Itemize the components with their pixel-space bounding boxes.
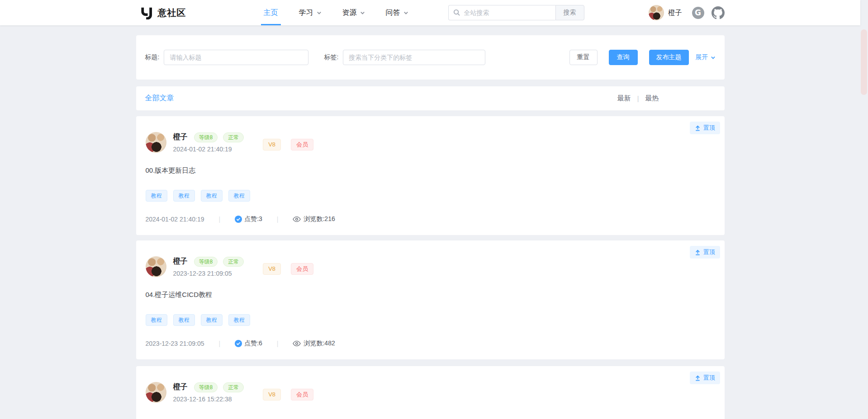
topic-tag[interactable]: 教程 — [228, 314, 250, 326]
logo-icon — [140, 6, 153, 19]
chevron-down-icon — [711, 55, 716, 60]
footer-divider: | — [277, 216, 279, 223]
filter-bar: 标题: 标签: 重置 查询 发布主题 展开 — [136, 35, 725, 80]
query-button[interactable]: 查询 — [609, 50, 638, 65]
publish-topic-button[interactable]: 发布主题 — [649, 50, 689, 65]
pin-label: 置顶 — [703, 374, 715, 382]
post-datetime: 2023-12-23 21:09:05 — [173, 270, 250, 277]
status-badge: 正常 — [223, 257, 244, 267]
sort-divider: | — [637, 95, 639, 102]
post-title[interactable]: 00.版本更新日志 — [146, 166, 716, 175]
author-avatar[interactable] — [146, 256, 166, 277]
chevron-down-icon — [317, 10, 322, 15]
pin-top-icon — [695, 375, 701, 381]
author-avatar[interactable] — [146, 132, 166, 153]
likes-stat: 点赞:6 — [235, 339, 262, 348]
pin-top-icon — [695, 125, 701, 131]
list-header: 全部文章 最新 | 最热 — [136, 86, 725, 111]
post-datetime: 2023-12-16 15:22:38 — [173, 395, 250, 403]
nav-item-label: 资源 — [342, 0, 357, 25]
nav-item-learn[interactable]: 学习 — [296, 0, 324, 25]
status-badge: 正常 — [223, 132, 244, 142]
level-badge: 等级8 — [194, 132, 218, 142]
pin-button[interactable]: 置顶 — [690, 122, 720, 134]
pin-label: 置顶 — [703, 248, 715, 256]
footer-divider: | — [219, 216, 221, 223]
pin-top-icon — [695, 250, 701, 255]
sort-hottest[interactable]: 最热 — [645, 94, 659, 103]
nav-item-home[interactable]: 主页 — [261, 0, 281, 25]
all-articles-tab[interactable]: 全部文章 — [145, 94, 174, 103]
author-name[interactable]: 橙子 — [173, 382, 188, 392]
author-name[interactable]: 橙子 — [173, 257, 188, 266]
views-count: 浏览数:482 — [304, 339, 335, 348]
member-badge: 会员 — [291, 389, 313, 400]
member-badge: 会员 — [291, 263, 313, 275]
tag-filter-input[interactable] — [343, 50, 485, 65]
navbar: 意社区 主页 学习 资源 问答 — [0, 0, 860, 25]
topic-tag[interactable]: 教程 — [201, 190, 223, 202]
user-avatar[interactable] — [649, 5, 664, 20]
chevron-down-icon — [403, 10, 408, 15]
nav-item-resources[interactable]: 资源 — [340, 0, 368, 25]
likes-stat: 点赞:3 — [235, 215, 262, 223]
pin-button[interactable]: 置顶 — [690, 246, 720, 259]
vip-badge: V8 — [263, 263, 281, 275]
search-button[interactable]: 搜索 — [555, 5, 584, 20]
member-badge: 会员 — [291, 139, 313, 151]
pin-label: 置顶 — [703, 124, 715, 132]
search-input[interactable] — [448, 5, 555, 20]
post-title[interactable]: 04.橙子运维CICD教程 — [146, 291, 716, 299]
nav-item-label: 主页 — [264, 0, 278, 25]
likes-count: 点赞:6 — [244, 339, 262, 348]
nav-item-label: 问答 — [386, 0, 400, 25]
gitee-icon[interactable]: G — [692, 7, 704, 19]
topic-tag[interactable]: 教程 — [146, 314, 167, 326]
eye-icon — [293, 340, 301, 347]
likes-count: 点赞:3 — [244, 215, 262, 223]
author-avatar[interactable] — [146, 382, 166, 403]
footer-divider: | — [219, 340, 221, 347]
topic-tag[interactable]: 教程 — [173, 190, 195, 202]
nav-item-label: 学习 — [299, 0, 313, 25]
pin-button[interactable]: 置顶 — [690, 372, 720, 384]
site-logo[interactable]: 意社区 — [136, 6, 186, 19]
like-check-icon — [235, 216, 242, 223]
footer-divider: | — [277, 340, 279, 347]
title-filter-input[interactable] — [164, 50, 308, 65]
post-datetime: 2024-01-02 21:40:19 — [173, 146, 250, 153]
nav-item-qa[interactable]: 问答 — [383, 0, 411, 25]
vip-badge: V8 — [263, 389, 281, 400]
post-card: 置顶 橙子 等级8 正常 2023-12-16 15:22:38 V8 会员 — [136, 366, 725, 419]
search-icon — [453, 9, 460, 16]
expand-label: 展开 — [696, 53, 708, 61]
reset-button[interactable]: 重置 — [569, 50, 598, 65]
topic-tag[interactable]: 教程 — [173, 314, 195, 326]
footer-datetime: 2023-12-23 21:09:05 — [146, 340, 204, 347]
vip-badge: V8 — [263, 139, 281, 151]
user-name[interactable]: 橙子 — [669, 9, 682, 17]
title-filter-label: 标题: — [145, 53, 160, 61]
chevron-down-icon — [360, 10, 365, 15]
topic-tag[interactable]: 教程 — [146, 190, 167, 202]
main-nav: 主页 学习 资源 问答 — [261, 0, 427, 25]
views-count: 浏览数:216 — [304, 215, 335, 223]
level-badge: 等级8 — [194, 382, 218, 392]
level-badge: 等级8 — [194, 257, 218, 267]
tag-filter-label: 标签: — [324, 53, 338, 61]
topic-tag[interactable]: 教程 — [201, 314, 223, 326]
site-title: 意社区 — [158, 7, 186, 19]
expand-toggle[interactable]: 展开 — [696, 53, 716, 61]
author-name[interactable]: 橙子 — [173, 132, 188, 142]
like-check-icon — [235, 340, 242, 347]
scrollbar-thumb[interactable] — [861, 29, 867, 95]
status-badge: 正常 — [223, 382, 244, 392]
global-search: 搜索 — [448, 5, 584, 20]
views-stat: 浏览数:216 — [293, 215, 335, 223]
sort-newest[interactable]: 最新 — [617, 94, 631, 103]
topic-tag[interactable]: 教程 — [228, 190, 250, 202]
footer-datetime: 2024-01-02 21:40:19 — [146, 216, 204, 223]
github-icon[interactable] — [711, 6, 725, 19]
post-card: 置顶 橙子 等级8 正常 2024-01-02 21:40:19 V8 会员 0 — [136, 116, 725, 235]
views-stat: 浏览数:482 — [293, 339, 335, 348]
